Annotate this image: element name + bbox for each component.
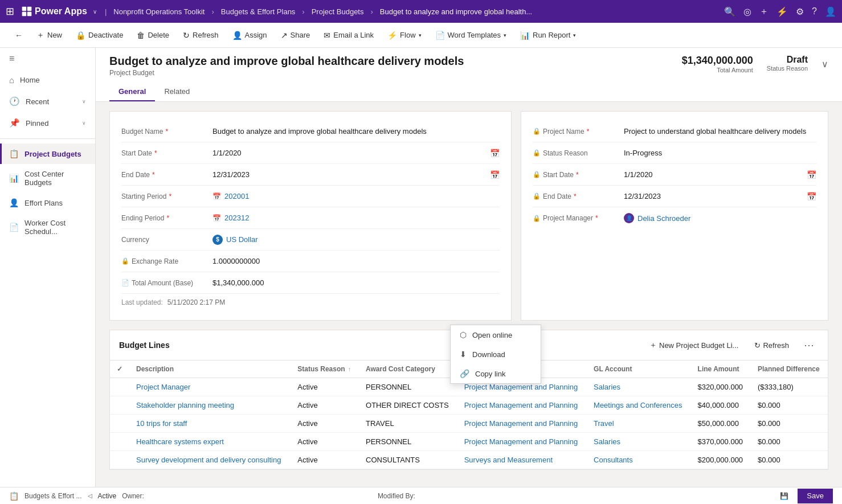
breadcrumb-budgets[interactable]: Budgets & Effort Plans [221, 7, 296, 16]
context-open-online[interactable]: ⬡ Open online [451, 325, 541, 345]
sidebar-toggle[interactable]: ≡ [0, 48, 95, 69]
value-currency[interactable]: $ US Dollar [212, 235, 500, 245]
value-end-date[interactable]: 12/31/2023 📅 [212, 170, 500, 179]
refresh-button[interactable]: ↻ Refresh [177, 28, 224, 43]
label-currency: Currency [121, 236, 212, 244]
col-line-amount[interactable]: Line Amount [691, 360, 751, 378]
sidebar-item-home[interactable]: ⌂ Home [0, 69, 95, 91]
filter-icon[interactable]: ⚡ [776, 6, 788, 17]
row-check-2[interactable] [110, 415, 129, 433]
breadcrumb-project-budgets[interactable]: Project Budgets [312, 7, 364, 16]
end-date-right-calendar: 📅 [807, 192, 816, 201]
home-icon: ⌂ [9, 75, 14, 85]
row-status-0: Active [291, 378, 359, 396]
row-award-cost-3: PERSONNEL [359, 433, 457, 451]
budget-lines-more-button[interactable]: ⋯ [799, 339, 819, 351]
refresh-budget-lines-button[interactable]: ↻ Refresh [749, 338, 795, 353]
new-button[interactable]: ＋ New [31, 27, 68, 43]
assign-icon: 👤 [232, 31, 242, 40]
value-start-date[interactable]: 1/1/2020 📅 [212, 149, 500, 158]
context-copy-link[interactable]: 🔗 Copy link [451, 364, 541, 383]
row-gl-account-3[interactable]: Salaries [587, 433, 691, 451]
status-bar-right: 💾 Save [780, 489, 833, 503]
row-project-2[interactable]: Project Management and Planning [457, 415, 587, 433]
row-gl-account-0[interactable]: Salaries [587, 378, 691, 396]
row-award-cost-2: TRAVEL [359, 415, 457, 433]
settings-icon[interactable]: ⚙ [796, 6, 804, 17]
col-check[interactable]: ✓ [110, 360, 129, 378]
row-description-1[interactable]: Stakeholder planning meeting [129, 396, 291, 415]
field-budget-name: Budget Name * Budget to analyze and impr… [121, 121, 500, 142]
row-project-1[interactable]: Project Management and Planning [457, 396, 587, 415]
col-planned-diff[interactable]: Planned Difference [751, 360, 828, 378]
row-check-4[interactable] [110, 451, 129, 469]
row-project-3[interactable]: Project Management and Planning [457, 433, 587, 451]
context-download[interactable]: ⬇ Download [451, 345, 541, 364]
word-templates-button[interactable]: 📄 Word Templates ▾ [430, 28, 512, 43]
col-description[interactable]: Description [129, 360, 291, 378]
col-award-cost[interactable]: Award Cost Category [359, 360, 457, 378]
save-button[interactable]: Save [798, 489, 833, 503]
target-icon[interactable]: ◎ [743, 6, 751, 17]
value-ending-period[interactable]: 📅 202312 [212, 214, 500, 222]
user-icon[interactable]: 👤 [825, 6, 836, 17]
value-status-reason: In-Progress [624, 149, 816, 157]
tab-related[interactable]: Related [155, 83, 199, 101]
delete-button[interactable]: 🗑 Delete [131, 28, 175, 43]
row-project-4[interactable]: Surveys and Measurement [457, 451, 587, 469]
cost-center-icon: 📊 [9, 174, 19, 183]
select-all-checkbox[interactable]: ✓ [117, 365, 122, 373]
app-logo[interactable]: Power Apps [21, 6, 87, 17]
status-expand-icon[interactable]: ◁ [88, 493, 92, 499]
lock-project-name: 🔒 [533, 128, 541, 135]
start-date-calendar-icon[interactable]: 📅 [490, 149, 500, 158]
tab-general[interactable]: General [109, 83, 155, 101]
row-gl-account-1[interactable]: Meetings and Conferences [587, 396, 691, 415]
back-button[interactable]: ← [9, 28, 28, 43]
deactivate-button[interactable]: 🔒 Deactivate [70, 28, 129, 43]
value-project-manager[interactable]: 👤 Delia Schroeder [624, 213, 816, 223]
row-description-2[interactable]: 10 trips for staff [129, 415, 291, 433]
new-budget-line-button[interactable]: ＋ New Project Budget Li... [644, 337, 744, 353]
run-report-button[interactable]: 📊 Run Report ▾ [514, 28, 582, 43]
row-description-0[interactable]: Project Manager [129, 378, 291, 396]
grid-icon[interactable]: ⊞ [6, 5, 14, 18]
required-sdr: * [576, 171, 579, 179]
row-planned-diff-4: $0.000 [751, 451, 828, 469]
row-check-1[interactable] [110, 396, 129, 415]
row-line-amount-3: $370,000.000 [691, 433, 751, 451]
col-status-reason[interactable]: Status Reason ↑ [291, 360, 359, 378]
row-description-3[interactable]: Healthcare systems expert [129, 433, 291, 451]
sidebar-item-pinned[interactable]: 📌 Pinned ∨ [0, 112, 95, 134]
row-status-1: Active [291, 396, 359, 415]
label-start-date-right: 🔒 Start Date * [533, 171, 624, 179]
sidebar-item-cost-center[interactable]: 📊 Cost Center Budgets [0, 164, 95, 192]
sidebar-item-effort-plans[interactable]: 👤 Effort Plans [0, 192, 95, 213]
col-gl-account[interactable]: GL Account [587, 360, 691, 378]
sidebar-item-worker-cost[interactable]: 📄 Worker Cost Schedul... [0, 213, 95, 241]
search-icon[interactable]: 🔍 [724, 6, 735, 17]
end-date-calendar-icon[interactable]: 📅 [490, 170, 500, 179]
row-description-4[interactable]: Survey development and delivery consulti… [129, 451, 291, 469]
recent-icon: 🕐 [9, 96, 20, 106]
row-check-0[interactable] [110, 378, 129, 396]
row-gl-account-2[interactable]: Travel [587, 415, 691, 433]
breadcrumb-toolkit[interactable]: Nonprofit Operations Toolkit [113, 7, 205, 16]
assign-button[interactable]: 👤 Assign [227, 28, 273, 43]
row-check-3[interactable] [110, 433, 129, 451]
app-chevron[interactable]: ∨ [93, 9, 97, 15]
add-icon[interactable]: ＋ [759, 6, 769, 18]
header-expand-chevron[interactable]: ∨ [821, 59, 828, 69]
flow-button[interactable]: ⚡ Flow ▾ [382, 28, 427, 43]
row-gl-account-4[interactable]: Consultants [587, 451, 691, 469]
sidebar-item-project-budgets[interactable]: 📋 Project Budgets [0, 144, 95, 164]
status-label: Budgets & Effort ... [24, 492, 82, 500]
sidebar: ≡ ⌂ Home 🕐 Recent ∨ 📌 Pinned ∨ 📋 Project… [0, 48, 96, 487]
share-button[interactable]: ↗ Share [275, 28, 316, 43]
total-amount-label: Total Amount [682, 67, 753, 73]
value-starting-period[interactable]: 📅 202001 [212, 192, 500, 200]
email-button[interactable]: ✉ Email a Link [318, 28, 379, 43]
help-icon[interactable]: ? [812, 6, 817, 17]
pinned-icon: 📌 [9, 118, 20, 128]
sidebar-item-recent[interactable]: 🕐 Recent ∨ [0, 91, 95, 112]
